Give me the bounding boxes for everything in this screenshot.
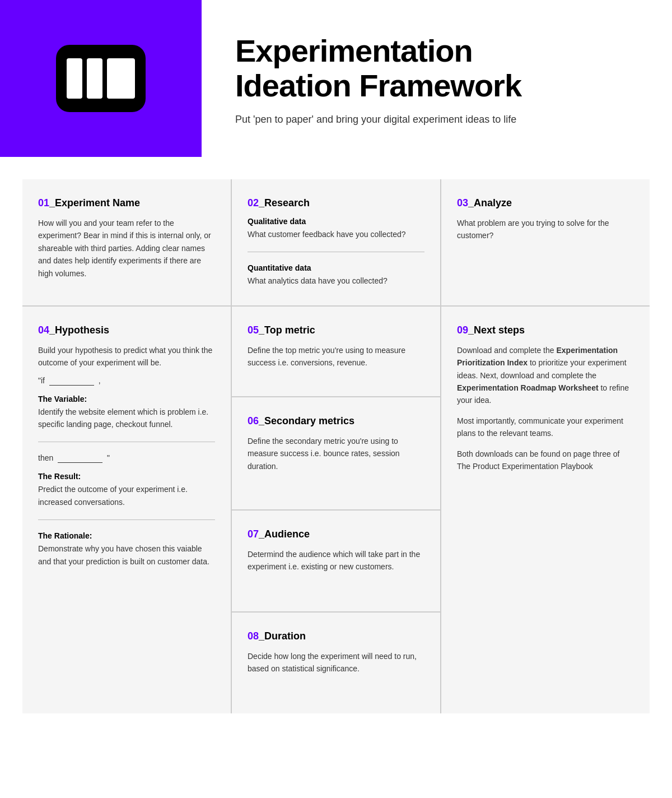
cell-04-result-body: Predict the outcome of your experiment i… [38, 483, 215, 508]
cell-01: 01_Experiment Name How will you and your… [22, 179, 231, 305]
cell-04-blank2 [58, 453, 102, 463]
cell-08-body: Decide how long the experiment will need… [248, 650, 424, 675]
cell-09-title-row: 09_Next steps [457, 324, 634, 336]
cell-02-divider [248, 252, 424, 252]
logo-col-1 [67, 58, 82, 99]
cell-04: 04_Hypothesis Build your hypothesis to p… [22, 307, 231, 713]
cell-04-if: "if , [38, 376, 215, 386]
cell-04-rationale-label: The Rationale: [38, 531, 215, 540]
cell-02-quant-label: Quantitative data [248, 263, 424, 272]
cell-08: 08_Duration Decide how long the experime… [232, 613, 440, 713]
cell-01-body: How will you and your team refer to the … [38, 217, 215, 280]
cell-06-title: _Secondary metrics [259, 415, 354, 426]
main-title: ExperimentationIdeation Framework [235, 34, 638, 103]
cell-04-title: _Hypothesis [49, 324, 109, 336]
cell-06-number: 06 [248, 415, 259, 426]
main-subtitle: Put 'pen to paper' and bring your digita… [235, 114, 638, 126]
cell-02-qual-body: What customer feedback have you collecte… [248, 228, 424, 240]
cell-04-blank1 [49, 376, 94, 386]
cell-07-body: Determind the audience which will take p… [248, 548, 424, 573]
cell-09-bold1: Experimentation Prioritization Index [457, 346, 618, 367]
cell-05-title-row: 05_Top metric [248, 324, 424, 336]
cell-03-number: 03 [457, 197, 468, 208]
cell-04-intro: Build your hypothesis to predict what yo… [38, 344, 215, 369]
cell-04-variable-label: The Variable: [38, 395, 215, 403]
cell-01-title: _Experiment Name [49, 197, 140, 208]
cell-04-rationale-body: Demonstrate why you have chosen this vai… [38, 542, 215, 568]
cell-09-text4: Both downloads can be found on page thre… [457, 448, 634, 473]
cell-02-quant-body: What analytics data have you collected? [248, 275, 424, 287]
cell-07-title-row: 07_Audience [248, 528, 424, 540]
logo-area [0, 0, 202, 157]
cell-09-bold2: Experimentation Roadmap Worksheet [457, 383, 599, 392]
cell-01-number: 01 [38, 197, 49, 208]
cell-08-title-row: 08_Duration [248, 630, 424, 642]
cell-02-title-row: 02_Research [248, 197, 424, 209]
header-section: ExperimentationIdeation Framework Put 'p… [0, 0, 672, 179]
cell-03-body: What problem are you trying to solve for… [457, 217, 634, 242]
cell-06-title-row: 06_Secondary metrics [248, 415, 424, 427]
cell-02-qual-label: Qualitative data [248, 217, 424, 226]
cell-07-title: _Audience [259, 528, 310, 540]
cell-08-title: _Duration [259, 630, 306, 642]
cell-06-body: Define the secondary metric you're using… [248, 435, 424, 472]
cell-09-text1: Download and complete the Experimentatio… [457, 344, 634, 407]
cell-05-number: 05 [248, 324, 259, 336]
cell-09: 09_Next steps Download and complete the … [441, 307, 650, 713]
cell-05-body: Define the top metric you're using to me… [248, 344, 424, 369]
cell-03-title-row: 03_Analyze [457, 197, 634, 209]
cell-04-divider2 [38, 519, 215, 520]
cell-08-number: 08 [248, 630, 259, 642]
cell-06: 06_Secondary metrics Define the secondar… [232, 397, 440, 509]
cell-09-text3: Most importantly, communicate your exper… [457, 415, 634, 440]
cell-04-number: 04 [38, 324, 49, 336]
cell-02-title: _Research [259, 197, 310, 208]
cell-07: 07_Audience Determind the audience which… [232, 511, 440, 611]
header-text: ExperimentationIdeation Framework Put 'p… [202, 0, 672, 148]
cell-03: 03_Analyze What problem are you trying t… [441, 179, 650, 305]
grid-container: 01_Experiment Name How will you and your… [22, 179, 650, 713]
cell-09-number: 09 [457, 324, 468, 336]
cell-04-then: then " [38, 453, 215, 463]
cell-04-result-label: The Result: [38, 472, 215, 481]
logo-col-2 [87, 58, 102, 99]
cell-05-06-07-08-col: 05_Top metric Define the top metric you'… [232, 307, 440, 713]
cell-03-title: _Analyze [468, 197, 512, 208]
logo-col-3 [107, 58, 135, 99]
cell-05-title: _Top metric [259, 324, 315, 336]
cell-04-variable-body: Identify the website element which is pr… [38, 406, 215, 431]
cell-05: 05_Top metric Define the top metric you'… [232, 307, 440, 396]
logo-icon [56, 45, 146, 112]
cell-02: 02_Research Qualitative data What custom… [232, 179, 440, 305]
cell-04-title-row: 04_Hypothesis [38, 324, 215, 336]
cell-02-number: 02 [248, 197, 259, 208]
cell-01-title-row: 01_Experiment Name [38, 197, 215, 209]
cell-09-title: _Next steps [468, 324, 525, 336]
cell-07-number: 07 [248, 528, 259, 540]
cell-04-divider1 [38, 442, 215, 442]
